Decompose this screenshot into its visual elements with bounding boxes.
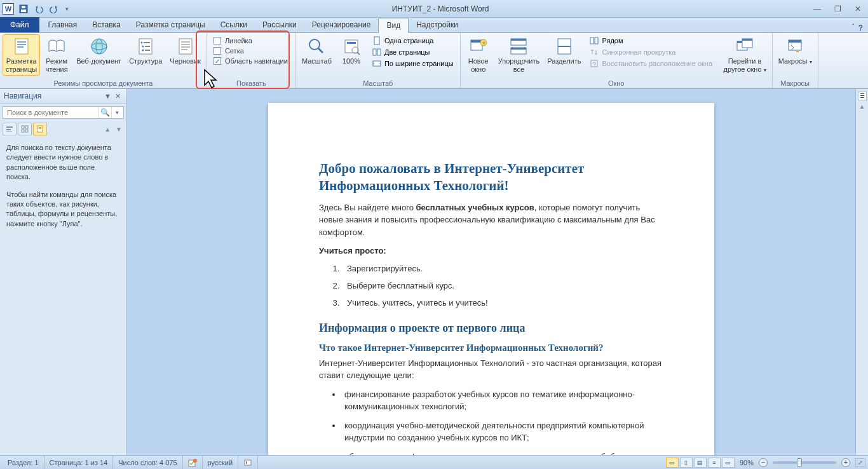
tab-view[interactable]: Вид [378,18,409,33]
zoom-100-button[interactable]: 100% [336,34,367,67]
web-layout-button[interactable]: Веб-документ [73,34,125,67]
doc-p3[interactable]: Интернет-Университет Информационных Техн… [319,357,663,382]
zoom-thumb[interactable] [797,458,802,467]
one-page-button[interactable]: Одна страница [369,36,456,46]
tab-insert[interactable]: Вставка [85,17,128,32]
checkbox-icon [214,37,221,44]
tab-addins[interactable]: Надстройки [409,17,466,32]
qat-customize[interactable]: ▾ [62,2,71,16]
save-button[interactable] [17,2,31,16]
close-button[interactable]: ✕ [850,3,865,15]
svg-rect-56 [25,126,28,128]
doc-p1[interactable]: Здесь Вы найдете много бесплатных учебны… [319,201,663,239]
nav-prev[interactable]: ▲ [102,126,112,133]
view-reading[interactable]: ▯ [680,458,693,468]
file-tab[interactable]: Файл [0,17,39,32]
tab-home[interactable]: Главная [41,17,85,32]
zoom-in-button[interactable]: + [841,458,850,467]
view-draft[interactable]: ▭ [722,458,735,468]
split-button[interactable]: Разделить [544,34,584,67]
list-item[interactable]: координация учебно-методической деятельн… [342,419,663,444]
status-insert-mode[interactable] [238,456,258,469]
tab-references[interactable]: Ссылки [213,17,255,32]
undo-button[interactable] [32,2,46,16]
svg-rect-22 [181,49,187,50]
new-window-button[interactable]: ★ Новое окно [463,34,494,76]
status-page[interactable]: Страница: 1 из 14 [44,456,114,469]
maximize-button[interactable]: ❐ [830,3,845,15]
navpane-dropdown[interactable]: ▼ [102,92,113,100]
document-page[interactable]: Добро пожаловать в Интернет-Университет … [268,103,714,455]
zoom-out-button[interactable]: − [759,458,768,467]
draft-label: Черновик [170,57,201,65]
scroll-up[interactable]: ▲ [859,103,865,110]
nav-next[interactable]: ▼ [114,126,124,133]
switch-windows-button[interactable]: Перейти в другое окно ▾ [720,34,769,76]
status-section[interactable]: Раздел: 1 [3,456,44,469]
doc-ol[interactable]: Зарегистрируйтесь. Выберите бесплатный к… [342,264,663,308]
zoom-button[interactable]: Масштаб [299,34,335,67]
status-proofing[interactable] [183,456,203,469]
navtab-headings[interactable] [3,123,17,135]
navpane-close[interactable]: ✕ [113,92,123,100]
doc-p2[interactable]: Учиться просто: [319,245,663,257]
reading-mode-button[interactable]: Режим чтения [41,34,72,76]
side-by-side-button[interactable]: Рядом [587,36,717,46]
ruler-toggle-icon[interactable]: ☰ [858,92,867,100]
list-item[interactable]: Выберите бесплатный курс. [342,281,663,290]
page-width-button[interactable]: По ширине страницы [369,58,456,69]
tab-review[interactable]: Рецензирование [304,17,379,32]
app-icon: W [3,3,14,15]
view-print-layout[interactable]: ▭ [666,458,679,468]
list-item[interactable]: Зарегистрируйтесь. [342,264,663,273]
search-input[interactable] [3,107,98,118]
tab-pagelayout[interactable]: Разметка страницы [128,17,213,32]
navpane-title: Навигация [4,92,41,100]
zoom-slider[interactable] [773,461,836,464]
navpane-tabs: ▲ ▼ [0,121,126,137]
list-item[interactable]: Учитесь, учитесь, учитесь и учитесь! [342,298,663,308]
print-layout-button[interactable]: Разметка страницы [3,34,40,76]
navtab-results[interactable] [33,123,47,135]
search-magnifier-button[interactable]: 🔍 [98,107,111,118]
status-language[interactable]: русский [203,456,238,469]
print-layout-icon [11,36,32,57]
ribbon-minimize-icon[interactable]: ˆ [852,24,854,32]
ruler-checkbox[interactable]: Линейка [214,37,288,44]
document-area[interactable]: Добро пожаловать в Интернет-Университет … [127,89,855,455]
list-item[interactable]: финансирование разработок учебных курсов… [342,388,663,413]
outline-button[interactable]: Структура [126,34,165,67]
fullscreen-button[interactable]: ⤢ [855,458,865,467]
draft-button[interactable]: Черновик [166,34,204,67]
arrange-all-button[interactable]: Упорядочить все [495,34,543,76]
minimize-button[interactable]: — [810,3,825,15]
search-dropdown-button[interactable]: ▾ [111,107,124,118]
gridlines-checkbox[interactable]: Сетка [214,47,288,55]
view-outline[interactable]: ≡ [708,458,721,468]
help-icon[interactable]: ? [858,24,863,32]
group-window-label: Окно [463,78,770,88]
redo-button[interactable] [47,2,61,16]
list-item[interactable]: обеспечение профессорско-преподавательск… [342,451,663,455]
new-window-icon: ★ [468,36,489,57]
svg-point-12 [141,42,143,44]
navpane-label: Область навигации [225,57,288,65]
vertical-scrollbar[interactable]: ☰ ▲ [855,89,868,455]
svg-rect-40 [511,48,526,50]
macros-button[interactable]: Макросы ▾ [775,34,815,67]
doc-h3[interactable]: Что такое Интернет-Университет Информаци… [319,343,663,353]
zoom-100-icon [341,36,362,57]
doc-ul[interactable]: финансирование разработок учебных курсов… [342,388,663,455]
tab-mailings[interactable]: Рассылки [255,17,304,32]
svg-point-14 [142,46,144,48]
navtab-pages[interactable] [18,123,32,135]
view-web[interactable]: ▤ [694,458,707,468]
status-words[interactable]: Число слов: 4 075 [113,456,182,469]
group-show-label: Показать [210,78,293,88]
zoom-percent[interactable]: 90% [740,459,754,466]
doc-h2[interactable]: Информация о проекте от первого лица [319,322,663,335]
two-pages-button[interactable]: Две страницы [369,47,456,57]
navpane-checkbox[interactable]: ✓Область навигации [214,57,288,65]
doc-h1[interactable]: Добро пожаловать в Интернет-Университет … [319,160,663,195]
web-layout-icon [89,36,109,57]
